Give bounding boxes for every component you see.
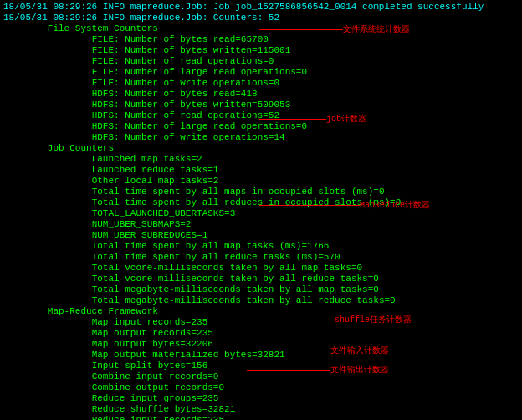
terminal-line-23: Total time spent by all reduce tasks (ms…: [3, 252, 519, 263]
terminal-line-4: FILE: Number of bytes written=115001: [3, 45, 519, 56]
terminal-line-3: FILE: Number of bytes read=65700: [3, 34, 519, 45]
annotation-filesystem: 文件系统统计数器: [259, 23, 410, 35]
terminal-window: 18/05/31 08:29:26 INFO mapreduce.Job: Jo…: [0, 0, 522, 420]
terminal-line-8: HDFS: Number of bytes read=418: [3, 89, 519, 100]
terminal-line-37: Reduce shuffle bytes=32821: [3, 404, 519, 415]
annotation-fileinput: 文件输入计数器: [247, 345, 389, 356]
terminal-line-17: Total time spent by all maps in occupied…: [3, 187, 519, 197]
terminal-line-27: Total megabyte-milliseconds taken by all…: [3, 295, 519, 306]
terminal-line-21: NUM_UBER_SUBREDUCES=1: [3, 230, 519, 241]
terminal-line-15: Launched reduce tasks=1: [3, 165, 519, 176]
annotation-shuffle: shuffle任务计数器: [251, 314, 412, 325]
terminal-line-7: FILE: Number of write operations=0: [3, 78, 519, 89]
terminal-output: 18/05/31 08:29:26 INFO mapreduce.Job: Jo…: [3, 2, 519, 420]
terminal-line-16: Other local map tasks=2: [3, 176, 519, 187]
terminal-line-14: Launched map tasks=2: [3, 154, 519, 165]
terminal-line-5: FILE: Number of read operations=0: [3, 56, 519, 67]
terminal-line-35: Combine output records=0: [3, 382, 519, 393]
terminal-line-38: Reduce input records=235: [3, 415, 519, 420]
terminal-line-36: Reduce input groups=235: [3, 393, 519, 404]
terminal-line-24: Total vcore-milliseconds taken by all ma…: [3, 263, 519, 274]
annotation-job: job计数器: [259, 113, 366, 125]
terminal-line-26: Total megabyte-milliseconds taken by all…: [3, 284, 519, 295]
terminal-line-22: Total time spent by all map tasks (ms)=1…: [3, 241, 519, 252]
terminal-line-0: 18/05/31 08:29:26 INFO mapreduce.Job: Jo…: [3, 2, 519, 13]
terminal-line-9: HDFS: Number of bytes written=509053: [3, 100, 519, 110]
terminal-line-12: HDFS: Number of write operations=14: [3, 132, 519, 143]
terminal-line-25: Total vcore-milliseconds taken by all re…: [3, 274, 519, 284]
terminal-line-6: FILE: Number of large read operations=0: [3, 67, 519, 78]
annotation-mapreduce: MapReduce计数器: [259, 199, 430, 211]
terminal-line-30: Map output records=235: [3, 328, 519, 339]
annotation-fileoutput: 文件输出计数器: [247, 364, 389, 376]
terminal-line-20: NUM_UBER_SUBMAPS=2: [3, 219, 519, 230]
terminal-line-13: Job Counters: [3, 143, 519, 154]
terminal-line-1: 18/05/31 08:29:26 INFO mapreduce.Job: Co…: [3, 13, 519, 23]
